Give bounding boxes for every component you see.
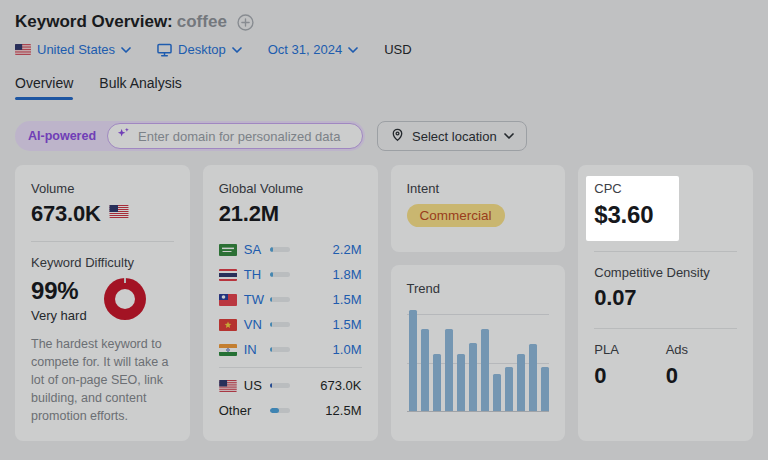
- trend-bar: [433, 354, 441, 411]
- metrics-grid: Volume 673.0K Keyword Difficulty 99% Ver…: [15, 165, 753, 441]
- country-row-sa: SA 2.2M: [219, 237, 362, 262]
- ads-metric: Ads 0: [666, 342, 737, 389]
- device-selector[interactable]: Desktop: [157, 42, 242, 57]
- trend-bar: [409, 310, 417, 411]
- country-volume-value[interactable]: 1.0M: [333, 342, 362, 357]
- chart-baseline: [407, 411, 550, 412]
- tw-flag-icon: [219, 294, 237, 306]
- us-flag-icon: [219, 380, 237, 392]
- trend-bar: [445, 329, 453, 411]
- country-volume-value[interactable]: 2.2M: [333, 242, 362, 257]
- monitor-icon: [157, 43, 172, 57]
- ai-toolbar: AI-powered Select location: [15, 121, 753, 151]
- country-volume-list: SA 2.2M TH 1.8M TW 1.5M VN 1.5M: [219, 237, 362, 423]
- chevron-down-icon: [348, 47, 358, 53]
- difficulty-donut-chart: [104, 278, 146, 320]
- in-flag-icon: [219, 344, 237, 356]
- volume-label: Volume: [31, 181, 174, 196]
- trend-bar: [529, 344, 537, 411]
- country-volume-value: 12.5M: [325, 403, 361, 418]
- sa-flag-icon: [219, 244, 237, 256]
- filter-bar: United States Desktop Oct 31, 2024 USD: [15, 42, 753, 57]
- keyword-overview-page: Keyword Overview:coffee United States De…: [0, 0, 768, 441]
- country-row-tw: TW 1.5M: [219, 287, 362, 312]
- country-code-link[interactable]: SA: [244, 242, 261, 257]
- country-code-link[interactable]: TH: [244, 267, 261, 282]
- device-label: Desktop: [178, 42, 226, 57]
- country-code-link[interactable]: IN: [244, 342, 257, 357]
- trend-bar: [493, 374, 501, 411]
- page-header: Keyword Overview:coffee: [15, 12, 753, 32]
- intent-label: Intent: [407, 181, 550, 196]
- ai-powered-pill: AI-powered: [15, 121, 365, 151]
- chevron-down-icon: [504, 133, 514, 139]
- cpc-label: CPC: [594, 181, 653, 196]
- tab-bulk-analysis[interactable]: Bulk Analysis: [99, 75, 181, 100]
- volume-bar: [270, 247, 290, 252]
- currency-label: USD: [384, 42, 411, 57]
- ads-label: Ads: [666, 342, 737, 357]
- th-flag-icon: [219, 269, 237, 281]
- cpc-value: $3.60: [594, 201, 653, 229]
- competitive-density-value: 0.07: [594, 285, 737, 311]
- country-code-link[interactable]: US: [244, 378, 262, 393]
- intent-badge[interactable]: Commercial: [407, 204, 505, 227]
- volume-bar: [270, 408, 290, 413]
- keyword-difficulty-level: Very hard: [31, 308, 87, 323]
- cpc-highlight-box: CPC $3.60: [586, 176, 679, 241]
- trend-bar: [481, 329, 489, 411]
- other-label: Other: [219, 403, 252, 418]
- country-code-link[interactable]: VN: [244, 317, 262, 332]
- global-volume-label: Global Volume: [219, 181, 362, 196]
- country-row-in: IN 1.0M: [219, 337, 362, 362]
- country-volume-value[interactable]: 1.5M: [333, 292, 362, 307]
- country-code-link[interactable]: TW: [244, 292, 264, 307]
- date-selector[interactable]: Oct 31, 2024: [268, 42, 358, 57]
- add-keyword-icon[interactable]: [237, 14, 254, 31]
- trend-bar: [517, 354, 525, 411]
- divider: [594, 328, 737, 329]
- select-location-button[interactable]: Select location: [377, 121, 527, 151]
- divider: [31, 241, 174, 242]
- volume-bar: [270, 272, 290, 277]
- volume-bar: [270, 322, 290, 327]
- sparkles-icon: [116, 127, 131, 146]
- pla-ads-row: PLA 0 Ads 0: [594, 342, 737, 389]
- page-title: Keyword Overview:coffee: [15, 12, 227, 32]
- trend-bar: [541, 367, 549, 411]
- cpc-card: CPC $3.60 Competitive Density 0.07 PLA 0…: [578, 165, 753, 441]
- location-pin-icon: [390, 127, 405, 145]
- volume-value: 673.0K: [31, 201, 101, 227]
- vn-flag-icon: [219, 319, 237, 331]
- trend-bar: [421, 329, 429, 411]
- tab-overview[interactable]: Overview: [15, 75, 73, 100]
- chevron-down-icon: [121, 47, 131, 53]
- trend-card: Trend: [391, 265, 566, 441]
- country-row-other: Other 12.5M: [219, 398, 362, 423]
- competitive-density-label: Competitive Density: [594, 265, 737, 280]
- intent-trend-column: Intent Commercial Trend: [391, 165, 566, 441]
- trend-bar: [505, 367, 513, 411]
- country-volume-value[interactable]: 1.8M: [333, 267, 362, 282]
- domain-input[interactable]: [107, 123, 363, 149]
- trend-bar-chart: [407, 310, 550, 412]
- keyword-difficulty-label: Keyword Difficulty: [31, 255, 174, 270]
- keyword-difficulty-description: The hardest keyword to compete for. It w…: [31, 335, 174, 425]
- chevron-down-icon: [232, 47, 242, 53]
- country-label: United States: [37, 42, 115, 57]
- keyword-difficulty-value: 99%: [31, 277, 87, 305]
- global-volume-card: Global Volume 21.2M SA 2.2M TH 1.8M TW 1…: [203, 165, 378, 441]
- trend-label: Trend: [407, 281, 550, 296]
- pla-metric: PLA 0: [594, 342, 665, 389]
- global-volume-value: 21.2M: [219, 201, 362, 227]
- country-volume-value[interactable]: 1.5M: [333, 317, 362, 332]
- country-row-th: TH 1.8M: [219, 262, 362, 287]
- country-selector[interactable]: United States: [15, 42, 131, 57]
- keyword-text: coffee: [177, 12, 227, 31]
- trend-bar: [469, 343, 477, 411]
- pla-label: PLA: [594, 342, 665, 357]
- trend-bars: [409, 310, 550, 411]
- us-flag-icon: [15, 44, 31, 55]
- tab-bar: Overview Bulk Analysis: [15, 75, 753, 100]
- domain-input-wrap: [107, 123, 363, 149]
